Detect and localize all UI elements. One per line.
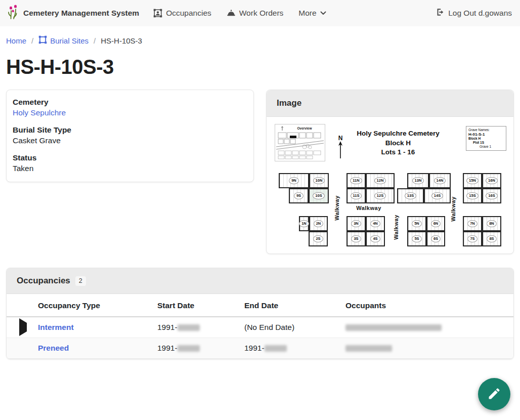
overview-map-thumbnail: Overview: [275, 124, 325, 161]
nav-item-work-orders[interactable]: Work Orders: [227, 9, 284, 18]
map-lot-4s: 4S: [366, 231, 385, 246]
logout-label: Log Out d.gowans: [448, 9, 512, 18]
logout-button[interactable]: Log Out d.gowans: [436, 8, 512, 19]
status-label: Status: [13, 153, 247, 162]
map-lot-1n: 1N: [299, 216, 309, 231]
breadcrumb-burial-sites-label: Burial Sites: [50, 36, 89, 45]
grave-names-legend: Grave Names: H-01-S-1 Block H Plot 1S Gr…: [466, 126, 506, 151]
map-lot-14n: 14N: [429, 173, 451, 188]
legend-line5: Grave 1: [468, 145, 504, 149]
image-card-header: Image: [267, 90, 513, 117]
map-lot-12s: 12S: [366, 188, 395, 203]
nav-label-more: More: [298, 9, 316, 18]
map-lot-7n: 7N: [463, 216, 482, 231]
column-header-start-date: Start Date: [157, 294, 244, 317]
map-lot-3n: 3N: [346, 216, 366, 231]
top-navbar: Cemetery Management System Occupancies: [0, 0, 520, 26]
map-lot-7s: 7S: [463, 231, 482, 246]
app-title: Cemetery Management System: [23, 9, 139, 18]
map-lot-9n: 9N: [279, 173, 309, 188]
breadcrumb-home[interactable]: Home: [6, 36, 26, 45]
map-lot-10s: 10S: [309, 188, 329, 203]
map-lot-6s: 6S: [426, 231, 445, 246]
cards-row: Cemetery Holy Sepulchre Burial Site Type…: [6, 90, 514, 254]
column-header-end-date: End Date: [244, 294, 345, 317]
end-date-text: (No End Date): [244, 323, 294, 331]
cemetery-link[interactable]: Holy Sepulchre: [13, 108, 66, 117]
map-title-line3: Lots 1 - 16: [339, 148, 457, 157]
plot-map-image: Overview: [273, 122, 508, 247]
map-lot-5s: 5S: [407, 231, 426, 246]
map-lot-10n: 10N: [309, 173, 329, 188]
map-lot-9s: 9S: [289, 188, 309, 203]
map-lot-6n: 6N: [426, 216, 445, 231]
table-header-row: Occupancy Type Start Date End Date Occup…: [7, 294, 513, 317]
app-brand[interactable]: Cemetery Management System: [7, 5, 139, 22]
cemetery-label: Cemetery: [13, 98, 247, 107]
page-title: HS-H-10S-3: [6, 56, 514, 78]
breadcrumb: Home / Burial Sites / HS-H-10S-3: [0, 26, 520, 48]
legend-line3: Block H: [468, 137, 504, 141]
image-card-body: Overview: [267, 117, 513, 254]
chevron-down-icon: [320, 11, 326, 15]
svg-text:Overview: Overview: [297, 127, 313, 130]
status-value: Taken: [13, 164, 247, 173]
map-lot-15s: 15S: [463, 188, 482, 203]
map-lot-13s: 13S: [397, 188, 424, 203]
occupancy-row-interment: Interment 1991- (No End Date): [7, 317, 513, 338]
map-title: Holy Sepulchre Cemetery Block H Lots 1 -…: [339, 129, 457, 157]
map-lot-16s: 16S: [482, 188, 501, 203]
preneed-link[interactable]: Preneed: [38, 344, 69, 352]
occupancies-card: Occupancies 2 Occupancy Type Start Date …: [6, 268, 514, 359]
legend-line4: Plot 1S: [468, 141, 504, 145]
redacted-start-date: [178, 345, 200, 352]
edit-fab-button[interactable]: [478, 378, 510, 410]
burial-site-details-card: Cemetery Holy Sepulchre Burial Site Type…: [6, 90, 254, 182]
map-lot-3s: 3S: [346, 231, 366, 246]
burial-site-type-value: Casket Grave: [13, 136, 247, 145]
interment-link[interactable]: Interment: [38, 323, 74, 331]
column-header-occupancy-type: Occupancy Type: [38, 294, 157, 317]
occupancies-header: Occupancies 2: [7, 268, 513, 294]
map-title-line1: Holy Sepulchre Cemetery: [339, 129, 457, 139]
tulip-logo-icon: [7, 5, 19, 22]
breadcrumb-burial-sites[interactable]: Burial Sites: [38, 35, 89, 46]
map-lot-16n: 16N: [482, 173, 501, 188]
occupancies-title: Occupancies: [17, 276, 70, 286]
start-date-prefix: 1991-: [157, 344, 178, 352]
redacted-end-date: [265, 345, 287, 352]
occupancies-table: Occupancy Type Start Date End Date Occup…: [7, 294, 513, 359]
column-header-icon: [7, 294, 38, 317]
map-lot-15n: 15N: [463, 173, 482, 188]
map-lot-5n: 5N: [407, 216, 426, 231]
legend-line2: H-01-S-1: [468, 132, 504, 137]
map-lot-11n: 11N: [346, 173, 366, 188]
map-lot-8s: 8S: [482, 231, 501, 246]
walkway-label: Walkway: [334, 190, 340, 226]
play-icon: [19, 318, 27, 336]
nav-label-occupancies: Occupancies: [166, 9, 211, 18]
breadcrumb-current: HS-H-10S-3: [101, 36, 142, 45]
end-date-prefix: 1991-: [244, 344, 265, 352]
pencil-icon: [487, 387, 501, 402]
map-lot-13n: 13N: [407, 173, 429, 188]
walkway-label: Walkway: [351, 205, 386, 211]
nav-item-more[interactable]: More: [298, 9, 326, 18]
map-lot-2s: 2S: [309, 231, 328, 246]
legend-line1: Grave Names:: [468, 128, 504, 132]
walkway-label: Walkway: [450, 191, 456, 227]
occupancy-row-preneed: Preneed 1991- 1991-: [7, 338, 513, 358]
nav-label-work-orders: Work Orders: [239, 9, 284, 18]
burial-site-type-label: Burial Site Type: [13, 125, 247, 135]
nav-item-occupancies[interactable]: Occupancies: [153, 9, 211, 18]
start-date-prefix: 1991-: [157, 323, 178, 331]
occupancies-count-badge: 2: [75, 276, 86, 286]
redacted-occupants: [345, 324, 442, 331]
map-lot-12n: 12N: [366, 173, 395, 188]
map-lot-8n: 8N: [482, 216, 501, 231]
breadcrumb-separator: /: [31, 36, 33, 45]
column-header-occupants: Occupants: [345, 294, 513, 317]
map-lot-11s: 11S: [346, 188, 366, 203]
map-lot-14s: 14S: [424, 188, 451, 203]
breadcrumb-separator: /: [94, 36, 96, 45]
